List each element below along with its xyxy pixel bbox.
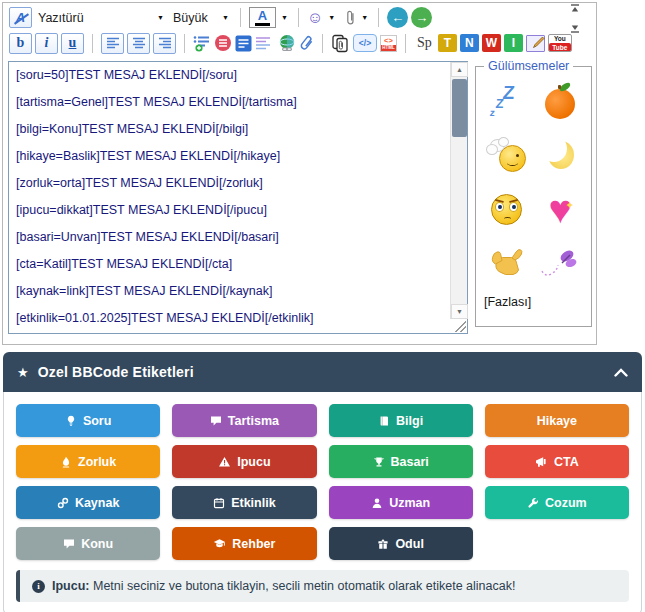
html-code-icon[interactable]: <> HTML [380,35,397,52]
italic-button[interactable]: i [35,33,58,54]
divider [378,8,379,27]
book-icon [378,415,390,427]
tip-text: Ipucu: Metni seciniz ve butona tiklayin,… [52,579,515,593]
divider [298,8,299,27]
zzz-icon: Z Z z [488,83,526,119]
toolbar-row-2: b i u [3,31,596,57]
chevron-up-icon[interactable] [614,368,628,377]
italic-label: i [45,36,49,50]
font-size-dropdown[interactable]: Büyük ▼ [170,7,232,29]
sneezing-icon [488,138,526,172]
graduation-cap-icon [213,538,226,550]
butterfly-icon [540,247,580,279]
undo-arrow-icon: ← [391,10,404,25]
tag-n-button[interactable]: N [460,34,479,52]
chevron-down-icon: ▼ [157,14,164,21]
font-color-button[interactable]: A [249,7,276,28]
toolbar-collapse-controls [570,0,580,37]
insert-link-globe-icon[interactable] [278,34,296,52]
undo-button[interactable]: ← [387,7,408,28]
quote-block-icon[interactable] [235,35,252,52]
align-right-button[interactable] [153,33,176,54]
bbcode-tartisma-button[interactable]: Tartisma [172,404,316,437]
align-center-icon [132,37,146,49]
pouting-icon [491,194,522,225]
html-icon-label: HTML [381,45,396,51]
smiley-icon[interactable]: ☺ [307,10,323,26]
align-left-button[interactable] [101,33,124,54]
pink-heart-emoji[interactable]: ♥✦ [538,187,582,231]
font-color-caret-icon[interactable]: ▼ [281,14,288,21]
bbcode-cozum-button[interactable]: Cozum [485,486,629,519]
sneezing-face-emoji[interactable] [485,133,529,177]
bbcode-cta-button[interactable]: CTA [485,445,629,478]
crescent-moon-emoji[interactable] [538,133,582,177]
more-smileys-link[interactable]: [Fazlası] [484,295,587,309]
html-icon-brackets: <> [381,36,396,45]
flame-icon [60,456,72,468]
paragraph-lines-icon[interactable] [255,36,271,50]
bbcode-bilgi-button[interactable]: Bilgi [329,404,473,437]
scrollbar-thumb[interactable] [452,79,467,137]
wrench-icon [527,497,539,509]
youtube-icon[interactable]: You Tube [548,34,572,52]
font-color-letter: A [258,10,267,22]
align-left-icon [106,37,120,49]
underline-button[interactable]: u [61,33,84,54]
pouting-face-emoji[interactable] [485,187,529,231]
bbcode-soru-button[interactable]: Soru [16,404,160,437]
spoiler-button[interactable]: Sp [417,35,432,51]
bbcode-kaynak-button[interactable]: Kaynak [16,486,160,519]
bbcode-text-line: [tartisma=Genel]TEST MESAJ EKLENDİ[/tart… [16,95,447,109]
bold-label: b [17,36,25,50]
bbcode-text-line: [cta=Katil]TEST MESAJ EKLENDİ[/cta] [16,257,447,271]
scroll-down-icon[interactable]: ▼ [451,304,468,319]
bbcode-rehber-button[interactable]: Rehber [172,527,316,560]
code-bbcode-icon[interactable]: </> [353,34,377,52]
tag-t-button[interactable]: T [438,34,457,52]
bbcode-odul-button[interactable]: Odul [329,527,473,560]
align-right-icon [158,37,172,49]
bbcode-text-line: [kaynak=link]TEST MESAJ EKLENDİ[/kaynak] [16,284,447,298]
butterfly-emoji[interactable] [538,241,582,285]
sleeping-zzz-emoji[interactable]: Z Z z [485,79,529,123]
bbcode-zorluk-button[interactable]: Zorluk [16,445,160,478]
paperclip-link-icon[interactable] [299,34,314,52]
tag-w-button[interactable]: W [482,34,501,52]
scroll-up-icon[interactable]: ▲ [451,62,468,77]
bullet-list-add-icon[interactable] [193,35,211,52]
bbcode-text-line: [etkinlik=01.01.2025]TEST MESAJ EKLENDİ[… [16,311,447,325]
youtube-icon-top: You [549,35,571,43]
smiley-caret-icon[interactable]: ▼ [328,14,335,21]
collapse-up-icon[interactable] [570,0,580,16]
bbcode-basari-button[interactable]: Basari [329,445,473,478]
bbcode-text-line: [ipucu=dikkat]TEST MESAJ EKLENDİ[/ipucu] [16,203,447,217]
bold-button[interactable]: b [9,33,32,54]
preview-edit-icon[interactable] [526,35,545,52]
redo-button[interactable]: → [411,7,432,28]
textarea-resize-grip[interactable] [452,320,466,332]
remove-format-button[interactable]: A [9,7,32,28]
attachment-paperclip-icon[interactable] [345,9,356,26]
align-center-button[interactable] [127,33,150,54]
bbcode-buttons-grid: Soru Tartisma Bilgi Hikaye Zorluk Ipucu [16,404,629,560]
chevron-down-icon: ▼ [222,14,229,21]
bbcode-uzman-button[interactable]: Uzman [329,486,473,519]
message-textarea[interactable]: [soru=50]TEST MESAJ EKLENDİ[/soru][tarti… [8,61,468,334]
textarea-scrollbar[interactable]: ▲ ▼ [450,62,467,319]
font-family-dropdown[interactable]: Yazıtürü ▼ [35,7,167,29]
smileys-panel: Gülümsemeler Z Z z [475,59,592,327]
call-me-hand-emoji[interactable] [485,241,529,285]
bbcode-hikaye-button[interactable]: Hikaye [485,404,629,437]
orange-fruit-emoji[interactable] [538,79,582,123]
bbcode-ipucu-button[interactable]: Ipucu [172,445,316,478]
bbcode-etkinlik-button[interactable]: Etkinlik [172,486,316,519]
tag-i-button[interactable]: I [504,34,523,52]
attachment-caret-icon[interactable]: ▼ [361,14,368,21]
bbcode-panel-header[interactable]: ★ Ozel BBCode Etiketleri [3,352,642,392]
divider [322,34,323,53]
bbcode-konu-button[interactable]: Konu [16,527,160,560]
wrap-quote-pages-icon[interactable] [331,34,350,53]
ordered-list-icon[interactable] [214,34,232,52]
smileys-grid: Z Z z [480,75,587,285]
